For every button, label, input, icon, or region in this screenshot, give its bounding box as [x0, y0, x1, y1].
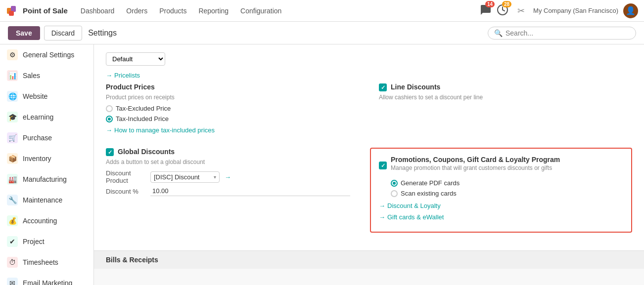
- sidebar-item-label: General Settings: [23, 51, 74, 59]
- product-prices-block: Product Prices Product prices on receipt…: [106, 83, 359, 138]
- discount-pct-row: Discount % 10.00: [106, 186, 350, 196]
- radio-tax-excluded-circle: [106, 105, 113, 112]
- promotions-checkbox-row[interactable]: Promotions, Coupons, Gift Card & Loyalty…: [379, 156, 623, 175]
- nav-dashboard[interactable]: Dashboard: [76, 5, 120, 17]
- radio-tax-excluded[interactable]: Tax-Excluded Price: [106, 105, 359, 112]
- sidebar-item-email-marketing[interactable]: ✉ Email Marketing: [0, 273, 93, 285]
- gift-cards-link[interactable]: Gift cards & eWallet: [379, 213, 623, 221]
- promotions-radio-group: Generate PDF cards Scan existing cards: [391, 179, 623, 197]
- nav-configuration[interactable]: Configuration: [235, 5, 286, 17]
- maintenance-icon: 🔧: [7, 195, 18, 205]
- sidebar-item-inventory[interactable]: 📦 Inventory: [0, 148, 93, 169]
- line-discounts-checkbox-row[interactable]: Line Discounts: [379, 83, 632, 92]
- global-discounts-title: Global Discounts: [118, 148, 175, 156]
- global-discounts-checkbox-row[interactable]: Global Discounts: [106, 148, 350, 157]
- bills-receipts-label: Bills & Receipts: [106, 256, 158, 264]
- sidebar-item-sales[interactable]: 📊 Sales: [0, 65, 93, 86]
- nav-reporting[interactable]: Reporting: [193, 5, 233, 17]
- accounting-icon: 💰: [7, 215, 18, 226]
- discount-product-input[interactable]: [DISC] Discount ▾: [150, 171, 220, 183]
- sidebar-item-label: Manufacturing: [23, 175, 67, 183]
- nav-products[interactable]: Products: [154, 5, 191, 17]
- company-name[interactable]: My Company (San Francisco): [533, 7, 618, 14]
- save-button[interactable]: Save: [8, 26, 40, 40]
- pricelists-link[interactable]: Pricelists: [106, 72, 632, 79]
- line-discounts-desc: Allow cashiers to set a discount per lin…: [379, 94, 632, 101]
- sidebar-item-label: Purchase: [23, 134, 52, 142]
- section-row-2: Global Discounts Adds a button to set a …: [106, 148, 632, 233]
- default-dropdown[interactable]: Default: [106, 52, 165, 66]
- bills-receipts-section: Bills & Receipts: [94, 250, 644, 269]
- sidebar-item-label: Maintenance: [23, 196, 62, 204]
- elearning-icon: 🎓: [7, 112, 18, 122]
- manufacturing-icon: 🏭: [7, 174, 18, 185]
- promotions-desc: Manage promotion that will grant custome…: [391, 164, 560, 171]
- discount-product-dropdown-arrow: ▾: [214, 174, 216, 180]
- app-name: Point of Sale: [23, 6, 68, 15]
- product-prices-title: Product Prices: [106, 83, 155, 91]
- purchase-icon: 🛒: [7, 132, 18, 143]
- discount-loyalty-link[interactable]: Discount & Loyalty: [379, 202, 623, 209]
- promotions-checkbox[interactable]: [379, 162, 387, 169]
- content-inner: Default Pricelists Product Prices Produc…: [94, 44, 644, 250]
- top-nav: Point of Sale Dashboard Orders Products …: [0, 0, 644, 22]
- sidebar-item-label: Project: [23, 238, 45, 245]
- toolbar: Save Discard Settings 🔍: [0, 22, 644, 44]
- app-logo[interactable]: Point of Sale: [6, 4, 68, 18]
- search-icon: 🔍: [494, 29, 503, 37]
- tax-included-link[interactable]: How to manage tax-included prices: [106, 126, 359, 134]
- inventory-icon: 📦: [7, 153, 18, 164]
- discount-pct-label: Discount %: [106, 188, 145, 195]
- sidebar-item-label: Timesheets: [23, 258, 58, 266]
- sidebar-item-maintenance[interactable]: 🔧 Maintenance: [0, 190, 93, 210]
- scissors-icon[interactable]: ✂: [513, 3, 528, 18]
- discount-form: DiscountProduct [DISC] Discount ▾ → Disc…: [106, 169, 350, 196]
- sidebar-item-manufacturing[interactable]: 🏭 Manufacturing: [0, 169, 93, 190]
- nav-orders[interactable]: Orders: [121, 5, 152, 17]
- radio-tax-included[interactable]: Tax-Included Price: [106, 115, 359, 122]
- clock-notification[interactable]: 28: [497, 4, 508, 17]
- line-discounts-title: Line Discounts: [391, 83, 440, 91]
- radio-generate-pdf-circle: [391, 180, 398, 187]
- radio-scan-cards-label: Scan existing cards: [401, 190, 457, 197]
- radio-tax-included-label: Tax-Included Price: [116, 115, 169, 122]
- global-discounts-desc: Adds a button to set a global discount: [106, 159, 350, 165]
- discount-product-value: [DISC] Discount: [154, 173, 212, 181]
- discard-button[interactable]: Discard: [44, 26, 82, 41]
- user-avatar[interactable]: 👤: [623, 3, 638, 18]
- sidebar-item-label: Email Marketing: [23, 279, 72, 285]
- sidebar-item-elearning[interactable]: 🎓 eLearning: [0, 107, 93, 127]
- nav-right: 14 28 ✂ My Company (San Francisco) 👤: [480, 3, 638, 18]
- discount-product-arrow-link[interactable]: →: [225, 173, 231, 181]
- product-prices-radio-group: Tax-Excluded Price Tax-Included Price: [106, 105, 359, 122]
- general-settings-icon: ⚙: [7, 49, 18, 60]
- nav-links: Dashboard Orders Products Reporting Conf…: [76, 5, 287, 17]
- global-discounts-block: Global Discounts Adds a button to set a …: [106, 148, 350, 233]
- sidebar-item-label: Sales: [23, 72, 40, 80]
- sales-icon: 📊: [7, 70, 18, 81]
- discount-pct-value: 10.00: [150, 186, 350, 196]
- sidebar: ⚙ General Settings 📊 Sales 🌐 Website 🎓 e…: [0, 44, 94, 285]
- sidebar-item-general-settings[interactable]: ⚙ General Settings: [0, 44, 93, 65]
- sidebar-item-timesheets[interactable]: ⏱ Timesheets: [0, 252, 93, 273]
- sidebar-item-accounting[interactable]: 💰 Accounting: [0, 210, 93, 231]
- section-row-1: Product Prices Product prices on receipt…: [106, 83, 632, 138]
- product-prices-header: Product Prices: [106, 83, 359, 92]
- sidebar-item-website[interactable]: 🌐 Website: [0, 86, 93, 107]
- radio-scan-cards[interactable]: Scan existing cards: [391, 190, 623, 197]
- global-discounts-checkbox[interactable]: [106, 148, 114, 156]
- page-title: Settings: [88, 29, 117, 38]
- sidebar-item-label: Accounting: [23, 217, 57, 225]
- sidebar-item-label: Inventory: [23, 155, 51, 163]
- sidebar-item-project[interactable]: ✔ Project: [0, 231, 93, 252]
- default-dropdown-row: Default: [106, 52, 632, 66]
- sidebar-item-purchase[interactable]: 🛒 Purchase: [0, 127, 93, 148]
- radio-generate-pdf[interactable]: Generate PDF cards: [391, 179, 623, 187]
- search-box: 🔍: [488, 27, 636, 40]
- line-discounts-checkbox[interactable]: [379, 83, 387, 91]
- radio-tax-excluded-label: Tax-Excluded Price: [116, 105, 171, 112]
- chat-notification[interactable]: 14: [480, 4, 492, 17]
- main-layout: ⚙ General Settings 📊 Sales 🌐 Website 🎓 e…: [0, 44, 644, 285]
- promotions-title: Promotions, Coupons, Gift Card & Loyalty…: [391, 156, 560, 163]
- search-input[interactable]: [506, 29, 630, 37]
